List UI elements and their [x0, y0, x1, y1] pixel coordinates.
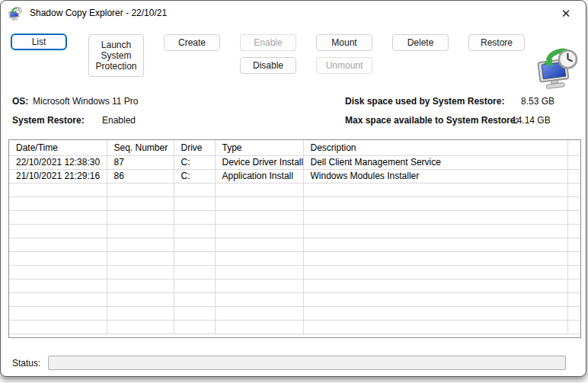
table-row[interactable]: 21/10/2021 21:29:1686C:Application Insta…: [9, 169, 580, 183]
table-empty-cell: [174, 306, 215, 320]
create-button[interactable]: Create: [164, 34, 220, 51]
table-empty-row: [9, 292, 580, 306]
list-button[interactable]: List: [11, 34, 67, 50]
table-empty-cell: [215, 265, 303, 279]
column-header[interactable]: Drive: [174, 140, 215, 155]
table-cell-filler: [567, 292, 580, 306]
table-empty-row: [9, 306, 580, 320]
titlebar[interactable]: Shadow Copy Explorer - 22/10/21 ✕: [1, 1, 586, 25]
mount-button[interactable]: Mount: [316, 34, 372, 51]
table-cell-filler: [567, 279, 580, 292]
disk-used-value: 8.53 GB: [521, 96, 554, 107]
table-empty-cell: [303, 183, 567, 196]
table-cell[interactable]: Application Install: [215, 169, 303, 183]
table-empty-cell: [9, 224, 107, 238]
os-label: OS:: [12, 96, 28, 107]
column-header[interactable]: Description: [303, 140, 567, 155]
table-empty-cell: [215, 210, 303, 224]
table-row[interactable]: 22/10/2021 12:38:3087C:Device Driver Ins…: [9, 155, 580, 169]
table-empty-row: [9, 224, 580, 238]
table-empty-row: [9, 238, 580, 251]
table-cell-filler: [567, 224, 580, 238]
table-empty-cell: [107, 320, 174, 334]
table-empty-cell: [303, 279, 567, 292]
table-empty-cell: [9, 196, 107, 210]
table-empty-cell: [215, 251, 303, 265]
os-value: Microsoft Windows 11 Pro: [33, 96, 139, 107]
table-empty-cell: [107, 279, 174, 292]
table-cell-filler: [567, 238, 580, 251]
table-cell-filler: [567, 210, 580, 224]
table-empty-cell: [174, 183, 215, 196]
system-restore-value: Enabled: [102, 115, 136, 126]
table-empty-cell: [303, 306, 567, 320]
table-empty-cell: [215, 183, 303, 196]
table-cell-filler: [567, 183, 580, 196]
table-empty-cell: [174, 265, 215, 279]
table-cell-filler: [567, 169, 580, 183]
table-cell[interactable]: Device Driver Install: [215, 155, 303, 169]
table-empty-cell: [303, 238, 567, 251]
table-empty-cell: [107, 292, 174, 306]
unmount-button[interactable]: Unmount: [316, 57, 372, 74]
table-empty-cell: [215, 224, 303, 238]
table-empty-cell: [215, 320, 303, 334]
table-empty-cell: [9, 210, 107, 224]
table-empty-cell: [107, 224, 174, 238]
column-header[interactable]: Date/Time: [9, 140, 107, 155]
table-cell-filler: [567, 196, 580, 210]
table-empty-cell: [215, 306, 303, 320]
table-empty-cell: [9, 320, 107, 334]
column-header[interactable]: Seq. Number: [107, 140, 174, 155]
table-cell-filler: [567, 155, 580, 169]
delete-button[interactable]: Delete: [392, 34, 449, 51]
table-cell[interactable]: 86: [107, 169, 174, 183]
table-cell-filler: [567, 320, 580, 334]
system-restore-icon: [536, 46, 580, 89]
table-empty-cell: [107, 196, 174, 210]
disable-button[interactable]: Disable: [240, 57, 296, 74]
window-title: Shadow Copy Explorer - 22/10/21: [30, 8, 167, 18]
system-restore-label: System Restore:: [12, 115, 85, 126]
table-empty-cell: [9, 279, 107, 292]
table-empty-cell: [174, 224, 215, 238]
column-header-filler: [567, 140, 580, 155]
table-empty-cell: [174, 320, 215, 334]
column-header[interactable]: Type: [215, 140, 303, 155]
table-cell[interactable]: 22/10/2021 12:38:30: [9, 155, 107, 169]
table-empty-cell: [174, 238, 215, 251]
table-empty-cell: [215, 238, 303, 251]
table-empty-row: [9, 320, 580, 334]
table-empty-cell: [9, 183, 107, 196]
table-header-row: Date/TimeSeq. NumberDriveTypeDescription: [9, 140, 580, 155]
table-empty-cell: [303, 224, 567, 238]
launch-system-protection-button[interactable]: Launch System Protection: [88, 34, 144, 77]
status-box: [48, 356, 566, 370]
max-space-value: 14.14 GB: [512, 115, 551, 126]
table-empty-row: [9, 265, 580, 279]
close-button[interactable]: ✕: [556, 5, 576, 23]
table-empty-cell: [303, 251, 567, 265]
table-cell[interactable]: 21/10/2021 21:29:16: [9, 169, 107, 183]
table-empty-cell: [174, 292, 215, 306]
table-cell[interactable]: C:: [174, 155, 215, 169]
table-empty-cell: [174, 210, 215, 224]
table-empty-row: [9, 183, 580, 196]
enable-button[interactable]: Enable: [240, 34, 296, 51]
table-cell[interactable]: C:: [174, 169, 215, 183]
table-empty-cell: [174, 196, 215, 210]
table-empty-cell: [9, 306, 107, 320]
table-empty-cell: [9, 292, 107, 306]
table-empty-cell: [9, 251, 107, 265]
table-cell[interactable]: Dell Client Management Service: [303, 155, 567, 169]
table-empty-cell: [303, 265, 567, 279]
system-restore-icon: [8, 6, 23, 21]
restore-button[interactable]: Restore: [468, 34, 525, 51]
table-empty-cell: [303, 210, 567, 224]
shadow-copy-explorer-window: Shadow Copy Explorer - 22/10/21 ✕ List L…: [0, 0, 586, 377]
table-cell[interactable]: Windows Modules Installer: [303, 169, 567, 183]
table-empty-cell: [303, 320, 567, 334]
table-cell[interactable]: 87: [107, 155, 174, 169]
shadow-copy-table[interactable]: Date/TimeSeq. NumberDriveTypeDescription…: [8, 139, 581, 338]
table-empty-row: [9, 196, 580, 210]
